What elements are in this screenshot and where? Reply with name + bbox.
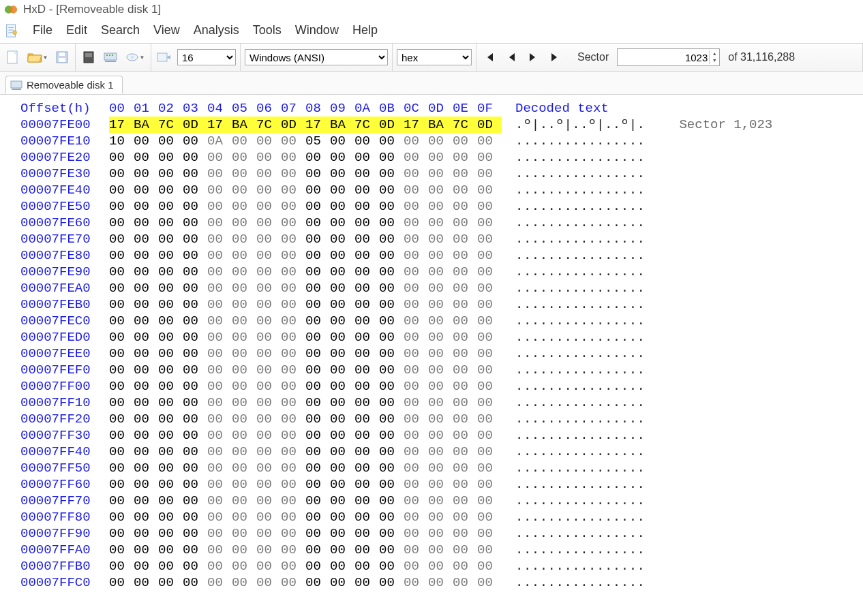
sector-number-input[interactable] bbox=[618, 51, 709, 64]
byte[interactable]: 00 bbox=[109, 313, 134, 329]
menu-analysis[interactable]: Analysis bbox=[187, 22, 246, 39]
save-button[interactable] bbox=[53, 48, 71, 66]
byte[interactable]: 00 bbox=[232, 362, 256, 378]
decoded-text[interactable]: ................ bbox=[502, 313, 645, 329]
byte[interactable]: 00 bbox=[281, 427, 305, 444]
byte[interactable]: 00 bbox=[281, 166, 305, 182]
byte[interactable]: 00 bbox=[379, 198, 404, 215]
byte[interactable]: 00 bbox=[281, 215, 305, 231]
byte[interactable]: 00 bbox=[281, 182, 305, 198]
byte[interactable]: 00 bbox=[281, 296, 305, 313]
byte[interactable]: 00 bbox=[232, 460, 256, 476]
byte[interactable]: 00 bbox=[354, 313, 379, 329]
byte[interactable]: 00 bbox=[330, 460, 354, 476]
byte[interactable]: 00 bbox=[330, 427, 354, 444]
byte[interactable]: 00 bbox=[404, 411, 428, 427]
byte[interactable]: 00 bbox=[453, 215, 477, 231]
byte[interactable]: 00 bbox=[232, 264, 256, 280]
byte[interactable]: 00 bbox=[158, 411, 183, 427]
byte[interactable]: 00 bbox=[453, 198, 477, 215]
byte[interactable]: 00 bbox=[183, 362, 207, 378]
menu-file[interactable]: File bbox=[26, 22, 59, 39]
byte[interactable]: 00 bbox=[158, 509, 183, 525]
byte[interactable]: 00 bbox=[453, 149, 477, 166]
byte[interactable]: 00 bbox=[207, 198, 232, 215]
byte[interactable]: 00 bbox=[477, 329, 502, 345]
byte[interactable]: 00 bbox=[354, 444, 379, 460]
byte[interactable]: 00 bbox=[207, 247, 232, 264]
byte[interactable]: 00 bbox=[477, 558, 502, 574]
hex-editor[interactable]: Offset(h)000102030405060708090A0B0C0D0E0… bbox=[0, 95, 863, 591]
byte[interactable]: 00 bbox=[183, 280, 207, 296]
byte[interactable]: 00 bbox=[428, 395, 453, 411]
hex-row[interactable]: 00007FE200000000000000000000000000000000… bbox=[20, 149, 863, 166]
byte[interactable]: 00 bbox=[183, 558, 207, 574]
byte[interactable]: 00 bbox=[207, 231, 232, 247]
byte[interactable]: 00 bbox=[428, 133, 453, 149]
byte[interactable]: 00 bbox=[232, 493, 256, 509]
byte[interactable]: 00 bbox=[207, 345, 232, 362]
byte[interactable]: 00 bbox=[428, 574, 453, 591]
byte[interactable]: 00 bbox=[232, 133, 256, 149]
byte[interactable]: 00 bbox=[134, 542, 158, 558]
byte[interactable]: 00 bbox=[109, 166, 134, 182]
byte[interactable]: 00 bbox=[428, 198, 453, 215]
byte[interactable]: 00 bbox=[256, 574, 281, 591]
new-file-button[interactable] bbox=[4, 48, 22, 66]
byte[interactable]: 00 bbox=[109, 231, 134, 247]
byte[interactable]: 00 bbox=[305, 198, 330, 215]
byte[interactable]: 00 bbox=[477, 247, 502, 264]
byte[interactable]: 00 bbox=[305, 264, 330, 280]
byte[interactable]: 00 bbox=[354, 362, 379, 378]
byte[interactable]: 00 bbox=[477, 542, 502, 558]
byte[interactable]: 00 bbox=[183, 182, 207, 198]
byte[interactable]: 00 bbox=[305, 558, 330, 574]
byte[interactable]: 00 bbox=[477, 476, 502, 493]
byte[interactable]: 00 bbox=[158, 149, 183, 166]
byte[interactable]: 00 bbox=[232, 231, 256, 247]
byte[interactable]: 00 bbox=[281, 280, 305, 296]
byte[interactable]: 00 bbox=[354, 296, 379, 313]
byte[interactable]: 00 bbox=[428, 362, 453, 378]
byte[interactable]: 00 bbox=[256, 362, 281, 378]
byte[interactable]: 7C bbox=[354, 117, 379, 133]
byte[interactable]: 00 bbox=[477, 509, 502, 525]
byte[interactable]: 00 bbox=[354, 493, 379, 509]
byte[interactable]: 00 bbox=[207, 264, 232, 280]
byte[interactable]: 00 bbox=[207, 509, 232, 525]
byte[interactable]: 00 bbox=[379, 149, 404, 166]
byte[interactable]: 00 bbox=[428, 378, 453, 395]
byte[interactable]: 00 bbox=[477, 264, 502, 280]
byte[interactable]: 00 bbox=[477, 313, 502, 329]
byte[interactable]: 00 bbox=[232, 509, 256, 525]
byte[interactable]: 00 bbox=[281, 411, 305, 427]
byte[interactable]: 00 bbox=[428, 509, 453, 525]
byte[interactable]: 00 bbox=[232, 411, 256, 427]
byte[interactable]: 00 bbox=[158, 182, 183, 198]
byte[interactable]: 00 bbox=[281, 574, 305, 591]
hex-row[interactable]: 00007FEE00000000000000000000000000000000… bbox=[20, 345, 863, 362]
byte[interactable]: 00 bbox=[404, 558, 428, 574]
byte[interactable]: 0D bbox=[281, 117, 305, 133]
byte[interactable]: 00 bbox=[207, 411, 232, 427]
byte[interactable]: 00 bbox=[109, 427, 134, 444]
byte[interactable]: 00 bbox=[379, 558, 404, 574]
byte[interactable]: 00 bbox=[330, 329, 354, 345]
byte[interactable]: 00 bbox=[330, 558, 354, 574]
byte[interactable]: 00 bbox=[428, 345, 453, 362]
decoded-text[interactable]: ................ bbox=[502, 460, 645, 476]
byte[interactable]: 00 bbox=[330, 362, 354, 378]
byte[interactable]: 00 bbox=[232, 182, 256, 198]
hex-row[interactable]: 00007FE400000000000000000000000000000000… bbox=[20, 182, 863, 198]
byte[interactable]: 00 bbox=[207, 362, 232, 378]
byte[interactable]: 00 bbox=[354, 215, 379, 231]
byte[interactable]: 00 bbox=[354, 182, 379, 198]
byte[interactable]: 00 bbox=[134, 313, 158, 329]
byte[interactable]: 00 bbox=[305, 493, 330, 509]
byte[interactable]: 00 bbox=[404, 395, 428, 411]
byte[interactable]: 00 bbox=[379, 542, 404, 558]
byte[interactable]: 00 bbox=[109, 247, 134, 264]
byte[interactable]: 00 bbox=[207, 182, 232, 198]
byte[interactable]: 00 bbox=[477, 280, 502, 296]
decoded-text[interactable]: ................ bbox=[502, 444, 645, 460]
